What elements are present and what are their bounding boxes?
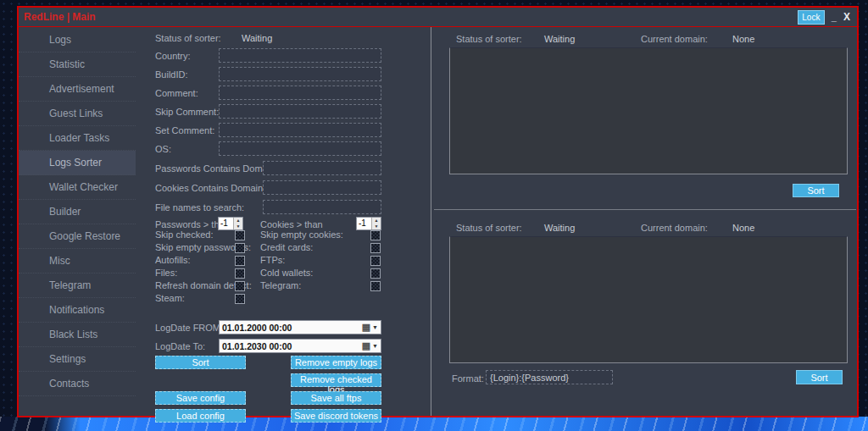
- load-config-button[interactable]: Load config: [155, 409, 246, 423]
- panel-bottom-domain-value: None: [732, 223, 754, 233]
- panel-top-status-value: Waiting: [544, 34, 575, 44]
- panel-top-domain-value: None: [732, 34, 754, 44]
- refresh-domain-detect-checkbox[interactable]: [235, 281, 245, 291]
- calendar-icon[interactable]: ▦: [362, 323, 370, 332]
- telegram-label: Telegram:: [260, 280, 301, 290]
- remove-empty-logs-button[interactable]: Remove empty logs: [291, 356, 381, 369]
- skip-comment-label: Skip Comment:: [155, 107, 219, 117]
- skip-checked-label: Skip checked:: [155, 229, 213, 240]
- country-input[interactable]: [219, 48, 381, 63]
- sidebar-item-telegram[interactable]: Telegram: [19, 274, 136, 298]
- skip-comment-input[interactable]: [219, 104, 381, 119]
- sidebar-item-loader-tasks[interactable]: Loader Tasks: [19, 126, 136, 151]
- vertical-divider: [431, 27, 431, 416]
- passwords-domain-label: Passwords Contains Domain:: [155, 163, 277, 174]
- set-comment-input[interactable]: [219, 123, 381, 137]
- title-bar: RedLine | Main Lock _ X: [19, 8, 857, 27]
- ftps-label: FTPs:: [260, 255, 285, 265]
- date-value[interactable]: 01.01.2000 00:00: [222, 323, 362, 333]
- horizontal-divider: [434, 209, 856, 210]
- sidebar-item-notifications[interactable]: Notifications: [19, 298, 136, 323]
- sidebar-item-wallet-checker[interactable]: Wallet Checker: [19, 175, 136, 200]
- passwords-domain-input[interactable]: [263, 161, 381, 175]
- dropdown-arrow-icon[interactable]: ▼: [372, 343, 378, 349]
- sidebar-item-statistic[interactable]: Statistic: [19, 52, 136, 77]
- comment-input[interactable]: [219, 86, 381, 100]
- cookies-threshold-label: Cookies > than: [260, 219, 323, 229]
- logdate-from-input[interactable]: 01.01.2000 00:00 ▦ ▼: [219, 320, 381, 334]
- spinner-down-icon[interactable]: ▼: [234, 224, 242, 229]
- sidebar-item-settings[interactable]: Settings: [19, 347, 136, 372]
- os-label: OS:: [155, 144, 171, 154]
- results-listbox-top[interactable]: [449, 47, 848, 174]
- panel-bottom-domain-label: Current domain:: [641, 223, 708, 233]
- skip-empty-passwords-checkbox[interactable]: [235, 243, 245, 253]
- desktop-wallpaper: [0, 417, 868, 431]
- results-listbox-bottom[interactable]: [449, 236, 848, 363]
- panel-bottom-status-value: Waiting: [544, 223, 575, 233]
- date-value[interactable]: 01.01.2030 00:00: [222, 341, 362, 351]
- files-label: Files:: [155, 268, 177, 278]
- country-label: Country:: [155, 51, 191, 61]
- sorter-status-value: Waiting: [242, 33, 272, 43]
- format-input[interactable]: [486, 370, 613, 384]
- sidebar-item-misc[interactable]: Misc: [19, 249, 136, 274]
- set-comment-label: Set Comment:: [155, 125, 214, 135]
- sidebar-item-black-lists[interactable]: Black Lists: [19, 323, 136, 347]
- sort-button[interactable]: Sort: [155, 356, 246, 369]
- skip-empty-cookies-label: Skip empty cookies:: [260, 229, 343, 240]
- autofills-checkbox[interactable]: [235, 256, 245, 266]
- spinner-up-icon[interactable]: ▲: [234, 218, 242, 224]
- save-config-button[interactable]: Save config: [155, 391, 246, 405]
- sort-button-bottom-panel[interactable]: Sort: [796, 370, 843, 384]
- cookies-threshold-spinner[interactable]: -1 ▲▼: [356, 217, 381, 230]
- format-label: Format:: [452, 373, 484, 384]
- spinner-value[interactable]: -1: [357, 218, 371, 229]
- passwords-threshold-spinner[interactable]: -1 ▲▼: [218, 217, 243, 230]
- filenames-input[interactable]: [263, 200, 381, 214]
- remove-checked-logs-button[interactable]: Remove checked logs: [291, 373, 381, 387]
- sidebar-item-builder[interactable]: Builder: [19, 200, 136, 224]
- sidebar-item-google-restore[interactable]: Google Restore: [19, 224, 136, 249]
- spinner-arrows: ▲▼: [233, 218, 242, 229]
- save-discord-tokens-button[interactable]: Save discord tokens: [291, 409, 381, 423]
- panel-bottom-status-label: Status of sorter:: [456, 223, 522, 233]
- spinner-value[interactable]: -1: [219, 218, 233, 229]
- os-input[interactable]: [219, 141, 381, 156]
- calendar-icon[interactable]: ▦: [362, 341, 370, 351]
- comment-label: Comment:: [155, 88, 198, 98]
- logdate-to-input[interactable]: 01.01.2030 00:00 ▦ ▼: [219, 339, 381, 353]
- ftps-checkbox[interactable]: [370, 256, 381, 266]
- sidebar-item-advertisement[interactable]: Advertisement: [19, 77, 136, 102]
- skip-empty-cookies-checkbox[interactable]: [370, 230, 381, 240]
- sort-button-top-panel[interactable]: Sort: [793, 184, 839, 197]
- close-button[interactable]: X: [843, 13, 850, 21]
- sidebar-item-logs-sorter[interactable]: Logs Sorter: [19, 151, 136, 175]
- sidebar-item-logs[interactable]: Logs: [19, 28, 136, 52]
- buildid-label: BuildID:: [155, 69, 188, 80]
- cookies-domain-label: Cookies Contains Domain:: [155, 183, 265, 193]
- logdate-from-label: LogDate FROM:: [155, 323, 223, 333]
- skip-checked-checkbox[interactable]: [235, 230, 245, 240]
- files-checkbox[interactable]: [235, 268, 245, 279]
- sorter-status-label: Status of sorter:: [155, 33, 221, 43]
- save-all-ftps-button[interactable]: Save all ftps: [291, 391, 381, 405]
- sidebar-item-contacts[interactable]: Contacts: [19, 372, 136, 396]
- panel-top-domain-label: Current domain:: [641, 34, 708, 44]
- minimize-button[interactable]: _: [832, 13, 837, 21]
- app-window: RedLine | Main Lock _ X Logs Statistic A…: [17, 6, 859, 417]
- cookies-domain-input[interactable]: [263, 180, 381, 195]
- sidebar: Logs Statistic Advertisement Guest Links…: [19, 28, 136, 416]
- credit-cards-checkbox[interactable]: [370, 243, 381, 253]
- panel-top-status-label: Status of sorter:: [456, 34, 522, 44]
- lock-button[interactable]: Lock: [798, 10, 825, 25]
- sidebar-item-guest-links[interactable]: Guest Links: [19, 102, 136, 126]
- dropdown-arrow-icon[interactable]: ▼: [372, 324, 378, 330]
- spinner-down-icon[interactable]: ▼: [372, 224, 381, 229]
- buildid-input[interactable]: [219, 67, 381, 81]
- steam-checkbox[interactable]: [235, 294, 245, 304]
- telegram-checkbox[interactable]: [370, 281, 381, 291]
- cold-wallets-checkbox[interactable]: [370, 268, 381, 279]
- logdate-to-label: LogDate To:: [155, 341, 205, 351]
- spinner-up-icon[interactable]: ▲: [372, 218, 381, 224]
